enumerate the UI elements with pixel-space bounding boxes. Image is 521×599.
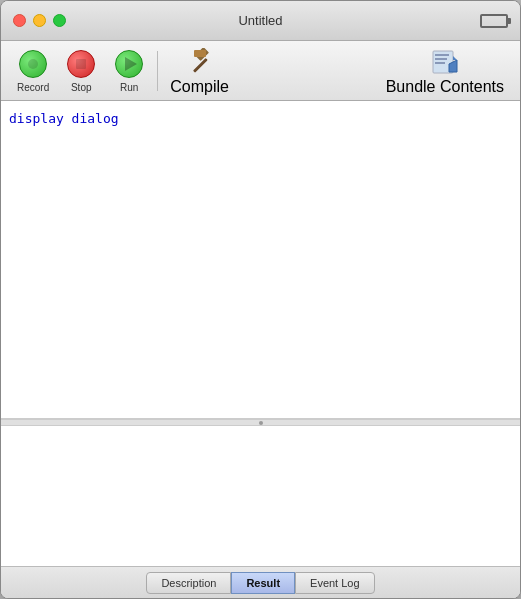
run-triangle (125, 57, 137, 71)
toolbar-separator (157, 51, 158, 91)
stop-icon (67, 50, 95, 78)
run-icon-wrap (113, 48, 145, 80)
code-content: display dialog (9, 111, 119, 126)
bundle-contents-label: Bundle Contents (386, 78, 504, 96)
main-area: display dialog Description Result Event … (1, 101, 520, 598)
hammer-svg (188, 48, 212, 76)
code-editor[interactable]: display dialog (1, 101, 520, 419)
maximize-button[interactable] (53, 14, 66, 27)
toolbar-right: Bundle Contents (378, 42, 512, 100)
toolbar: Record Stop Run (1, 41, 520, 101)
stop-icon-wrap (65, 48, 97, 80)
run-button[interactable]: Run (105, 44, 153, 97)
compile-button[interactable]: Compile (162, 42, 237, 100)
record-icon-wrap (17, 48, 49, 80)
window-title: Untitled (238, 13, 282, 28)
compile-label: Compile (170, 78, 229, 96)
titlebar: Untitled (1, 1, 520, 41)
tab-result[interactable]: Result (231, 572, 295, 594)
record-button[interactable]: Record (9, 44, 57, 97)
bundle-icon (429, 46, 461, 78)
close-button[interactable] (13, 14, 26, 27)
bundle-contents-button[interactable]: Bundle Contents (378, 42, 512, 100)
run-icon (115, 50, 143, 78)
tab-bar: Description Result Event Log (1, 566, 520, 598)
stop-button[interactable]: Stop (57, 44, 105, 97)
tab-description[interactable]: Description (146, 572, 231, 594)
svg-rect-4 (435, 54, 449, 56)
svg-rect-5 (435, 58, 447, 60)
record-label: Record (17, 82, 49, 93)
record-icon (19, 50, 47, 78)
svg-rect-2 (194, 50, 206, 57)
traffic-lights (13, 14, 66, 27)
result-panel (1, 426, 520, 566)
tab-event-log[interactable]: Event Log (295, 572, 375, 594)
minimize-button[interactable] (33, 14, 46, 27)
svg-rect-6 (435, 62, 445, 64)
hammer-icon (186, 46, 214, 78)
stop-label: Stop (71, 82, 92, 93)
resize-handle[interactable] (1, 419, 520, 426)
svg-marker-8 (453, 56, 457, 60)
main-window: Untitled Record Stop Run (0, 0, 521, 599)
bundle-contents-svg (429, 46, 461, 78)
battery-icon (480, 14, 508, 28)
run-label: Run (120, 82, 138, 93)
resize-dot (259, 421, 263, 425)
